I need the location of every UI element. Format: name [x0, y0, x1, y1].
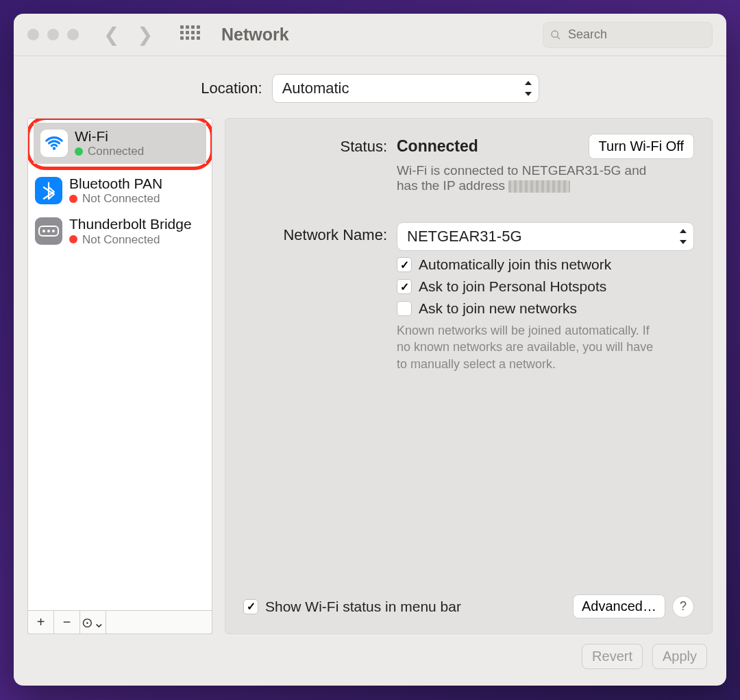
sidebar-toolbar: + − ⊙⌄ [27, 611, 212, 634]
status-value: Connected [397, 137, 478, 156]
checkbox-icon [243, 599, 258, 614]
sidebar-item-bluetooth[interactable]: Bluetooth PAN Not Connected [28, 170, 212, 211]
advanced-button[interactable]: Advanced… [573, 594, 665, 618]
sidebar-item-wifi[interactable]: Wi-Fi Connected [34, 123, 206, 164]
checkbox-label: Ask to join Personal Hotspots [419, 278, 606, 295]
checkbox-label: Automatically join this network [419, 256, 611, 273]
titlebar: ❮ ❯ Network [14, 14, 726, 56]
chevron-updown-icon [523, 81, 533, 96]
show-all-icon[interactable] [180, 25, 199, 45]
window-controls [27, 29, 79, 40]
zoom-button[interactable] [67, 29, 79, 40]
help-button[interactable]: ? [672, 596, 694, 618]
sidebar-item-label: Wi-Fi [75, 128, 144, 145]
sidebar-item-label: Thunderbolt Bridge [69, 216, 192, 232]
sidebar-item-label: Bluetooth PAN [69, 176, 162, 192]
network-name-label: Network Name: [243, 222, 387, 372]
service-options-button[interactable]: ⊙⌄ [80, 611, 106, 633]
status-dot-icon [75, 147, 83, 156]
ask-new-networks-checkbox[interactable]: Ask to join new networks [397, 300, 694, 317]
checkbox-label: Show Wi-Fi status in menu bar [265, 599, 461, 615]
preferences-window: ❮ ❯ Network Location: Automatic [14, 14, 726, 686]
footer: Revert Apply [14, 634, 726, 686]
ask-new-help-text: Known networks will be joined automatica… [397, 322, 657, 372]
network-name-dropdown[interactable]: NETGEAR31-5G [397, 222, 694, 251]
minimize-button[interactable] [47, 29, 59, 40]
checkbox-label: Ask to join new networks [419, 300, 577, 317]
status-dot-icon [69, 195, 77, 203]
status-label: Status: [243, 134, 387, 193]
auto-join-checkbox[interactable]: Automatically join this network [397, 256, 694, 273]
location-label: Location: [201, 80, 262, 97]
nav-arrows: ❮ ❯ [103, 23, 153, 46]
apply-button[interactable]: Apply [652, 644, 707, 669]
location-row: Location: Automatic [14, 56, 726, 118]
sidebar-item-status: Not Connected [82, 192, 160, 206]
search-field[interactable] [543, 22, 713, 48]
status-description: Wi-Fi is connected to NETGEAR31-5G and h… [397, 163, 671, 193]
sidebar-item-thunderbolt[interactable]: Thunderbolt Bridge Not Connected [28, 210, 212, 252]
ask-hotspots-checkbox[interactable]: Ask to join Personal Hotspots [397, 278, 694, 295]
svg-point-4 [42, 230, 45, 232]
search-icon [550, 29, 561, 41]
chevron-updown-icon [678, 229, 688, 244]
remove-service-button[interactable]: − [54, 611, 80, 633]
location-value: Automatic [282, 80, 349, 97]
services-list: Wi-Fi Connected Bluetooth PAN Not Connec… [27, 118, 212, 611]
network-name-value: NETGEAR31-5G [407, 228, 522, 245]
window-title: Network [221, 25, 289, 45]
svg-point-2 [53, 147, 56, 150]
close-button[interactable] [27, 29, 39, 40]
forward-button[interactable]: ❯ [137, 23, 153, 46]
bluetooth-icon [35, 177, 62, 204]
ip-address-redacted [508, 180, 570, 193]
checkbox-icon [397, 257, 412, 272]
svg-point-0 [552, 30, 558, 36]
show-menubar-checkbox[interactable]: Show Wi-Fi status in menu bar [243, 599, 461, 615]
checkbox-icon [397, 279, 412, 294]
sidebar-item-status: Not Connected [82, 233, 160, 247]
services-sidebar: Wi-Fi Connected Bluetooth PAN Not Connec… [27, 118, 212, 634]
location-dropdown[interactable]: Automatic [272, 74, 539, 103]
sidebar-item-status: Connected [88, 145, 144, 158]
wifi-icon [40, 130, 68, 157]
svg-line-1 [557, 36, 560, 39]
svg-point-5 [47, 230, 50, 232]
status-dot-icon [69, 235, 77, 243]
thunderbolt-bridge-icon [35, 217, 62, 245]
svg-point-6 [52, 230, 55, 232]
back-button[interactable]: ❮ [103, 23, 119, 46]
annotation-highlight: Wi-Fi Connected [27, 118, 212, 170]
wifi-toggle-button[interactable]: Turn Wi-Fi Off [589, 134, 694, 159]
revert-button[interactable]: Revert [582, 644, 643, 669]
details-pane: Status: Connected Turn Wi-Fi Off Wi-Fi i… [225, 118, 713, 634]
add-service-button[interactable]: + [28, 611, 54, 633]
search-input[interactable] [567, 27, 705, 43]
checkbox-icon [397, 301, 412, 316]
